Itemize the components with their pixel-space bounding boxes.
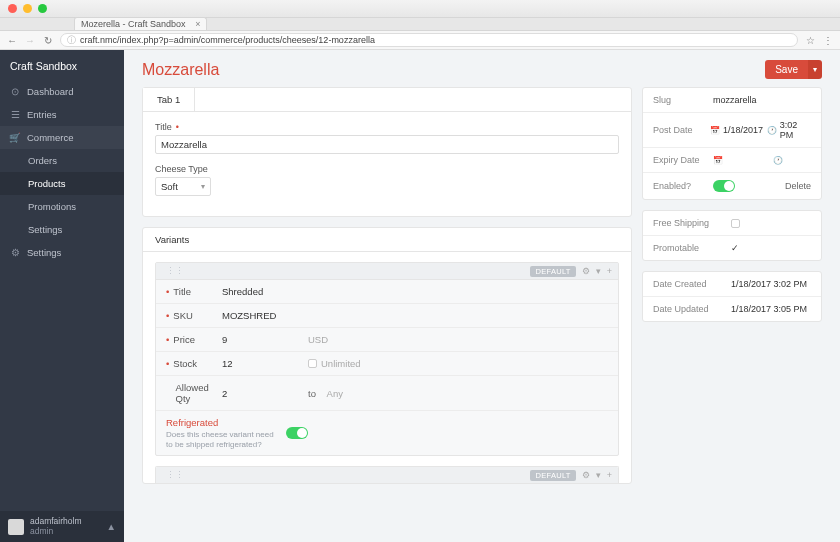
minimize-window-icon[interactable]: [23, 4, 32, 13]
row-label: Price: [173, 334, 195, 345]
tab-label: Tab 1: [157, 94, 180, 105]
sidebar-item-commerce-settings[interactable]: Settings: [0, 218, 124, 241]
meta-free-shipping: Free Shipping: [643, 211, 821, 236]
required-indicator: •: [166, 286, 169, 297]
delete-link[interactable]: Delete: [785, 181, 811, 191]
free-shipping-checkbox[interactable]: [731, 219, 740, 228]
gear-icon[interactable]: ⚙: [582, 266, 590, 276]
variants-tab[interactable]: Variants: [143, 228, 631, 252]
brand-title[interactable]: Craft Sandbox: [0, 50, 124, 80]
url-text: craft.nmc/index.php?p=admin/commerce/pro…: [80, 35, 375, 45]
sidebar: Craft Sandbox ⊙ Dashboard ☰ Entries 🛒 Co…: [0, 50, 124, 542]
sidebar-item-promotions[interactable]: Promotions: [0, 195, 124, 218]
calendar-icon[interactable]: 📅: [710, 125, 720, 135]
variant-row-stock: •Stock 12 Unlimited: [156, 352, 618, 376]
meta-label: Free Shipping: [653, 218, 731, 228]
sidebar-user[interactable]: adamfairholm admin ▲: [0, 511, 124, 542]
info-icon: ⓘ: [67, 34, 76, 47]
promotable-checkbox[interactable]: ✓: [731, 243, 739, 253]
sidebar-item-dashboard[interactable]: ⊙ Dashboard: [0, 80, 124, 103]
label-text: Title: [155, 122, 172, 132]
main: Mozzarella Save ▾ Tab 1 Titl: [124, 50, 840, 542]
chevron-down-icon[interactable]: ▾: [596, 470, 601, 480]
drag-handle-icon[interactable]: ⋮⋮: [162, 266, 184, 276]
reload-icon[interactable]: ↻: [42, 34, 54, 46]
user-role: admin: [30, 527, 82, 536]
save-dropdown[interactable]: ▾: [808, 60, 822, 79]
save-button[interactable]: Save: [765, 60, 808, 79]
refrigerated-toggle[interactable]: [286, 427, 308, 439]
updated-value: 1/18/2017 3:05 PM: [731, 304, 807, 314]
sidebar-item-products[interactable]: Products: [0, 172, 124, 195]
row-value[interactable]: MOZSHRED: [222, 310, 308, 321]
sidebar-item-orders[interactable]: Orders: [0, 149, 124, 172]
to-label: to: [308, 388, 316, 399]
forward-icon[interactable]: →: [24, 34, 36, 46]
refrigerated-desc: Does this cheese variant need to be ship…: [166, 430, 276, 449]
select-value: Soft: [161, 181, 178, 192]
meta-panel-2: Free Shipping Promotable ✓: [642, 210, 822, 261]
row-value[interactable]: Shredded: [222, 286, 308, 297]
page-title: Mozzarella: [142, 61, 219, 79]
row-label: Allowed Qty: [176, 382, 223, 404]
meta-label: Slug: [653, 95, 713, 105]
sidebar-item-commerce[interactable]: 🛒 Commerce: [0, 126, 124, 149]
row-label: SKU: [173, 310, 193, 321]
post-time-value[interactable]: 3:02 PM: [780, 120, 811, 140]
sidebar-item-entries[interactable]: ☰ Entries: [0, 103, 124, 126]
clock-icon[interactable]: 🕐: [773, 155, 783, 165]
close-window-icon[interactable]: [8, 4, 17, 13]
tab-1[interactable]: Tab 1: [143, 88, 195, 111]
calendar-icon[interactable]: 📅: [713, 155, 723, 165]
row-extra: USD: [308, 334, 328, 345]
row-extra: Unlimited: [321, 358, 361, 369]
sidebar-item-label: Orders: [28, 155, 57, 166]
plus-icon[interactable]: +: [607, 470, 612, 480]
entries-icon: ☰: [10, 110, 20, 120]
meta-post-date: Post Date 📅1/18/2017 🕐3:02 PM: [643, 113, 821, 148]
maximize-window-icon[interactable]: [38, 4, 47, 13]
unlimited-checkbox[interactable]: [308, 359, 317, 368]
row-value[interactable]: 12: [222, 358, 308, 369]
star-icon[interactable]: ☆: [804, 34, 816, 46]
browser-toolbar: ← → ↻ ⓘ craft.nmc/index.php?p=admin/comm…: [0, 31, 840, 50]
title-label: Title •: [155, 122, 619, 132]
cheese-type-select[interactable]: Soft ▾: [155, 177, 211, 196]
chevron-up-icon[interactable]: ▲: [107, 521, 116, 532]
required-indicator: •: [166, 334, 169, 345]
slug-value[interactable]: mozzarella: [713, 95, 757, 105]
gear-icon[interactable]: ⚙: [582, 470, 590, 480]
title-input[interactable]: [155, 135, 619, 154]
drag-handle-icon[interactable]: ⋮⋮: [162, 470, 184, 480]
variant-row-title: •Title Shredded: [156, 280, 618, 304]
chevron-down-icon[interactable]: ▾: [596, 266, 601, 276]
tab-title: Mozerella - Craft Sandbox: [81, 19, 186, 29]
menu-icon[interactable]: ⋮: [822, 34, 834, 46]
chevron-down-icon: ▾: [201, 182, 205, 191]
clock-icon[interactable]: 🕐: [767, 125, 777, 135]
meta-enabled: Enabled? Delete: [643, 173, 821, 199]
close-tab-icon[interactable]: ×: [195, 19, 200, 29]
back-icon[interactable]: ←: [6, 34, 18, 46]
variant-row-price: •Price 9 USD: [156, 328, 618, 352]
meta-panel-3: Date Created 1/18/2017 3:02 PM Date Upda…: [642, 271, 822, 322]
browser-tab[interactable]: Mozerella - Craft Sandbox ×: [74, 17, 207, 30]
variant-row-sku: •SKU MOZSHRED: [156, 304, 618, 328]
variant-row-refrigerated: Refrigerated Does this cheese variant ne…: [156, 411, 618, 455]
meta-label: Date Created: [653, 279, 731, 289]
default-badge: DEFAULT: [530, 470, 575, 481]
row-value[interactable]: 2: [222, 388, 308, 399]
meta-expiry-date: Expiry Date 📅 🕐: [643, 148, 821, 173]
address-bar[interactable]: ⓘ craft.nmc/index.php?p=admin/commerce/p…: [60, 33, 798, 47]
sidebar-item-label: Commerce: [27, 132, 73, 143]
enabled-toggle[interactable]: [713, 180, 735, 192]
tabs-bar: Tab 1: [143, 88, 631, 112]
row-label: Title: [173, 286, 191, 297]
meta-label: Enabled?: [653, 181, 713, 191]
sidebar-item-label: Promotions: [28, 201, 76, 212]
row-value[interactable]: 9: [222, 334, 308, 345]
post-date-value[interactable]: 1/18/2017: [723, 125, 763, 135]
plus-icon[interactable]: +: [607, 266, 612, 276]
default-badge: DEFAULT: [530, 266, 575, 277]
sidebar-item-settings[interactable]: ⚙ Settings: [0, 241, 124, 264]
